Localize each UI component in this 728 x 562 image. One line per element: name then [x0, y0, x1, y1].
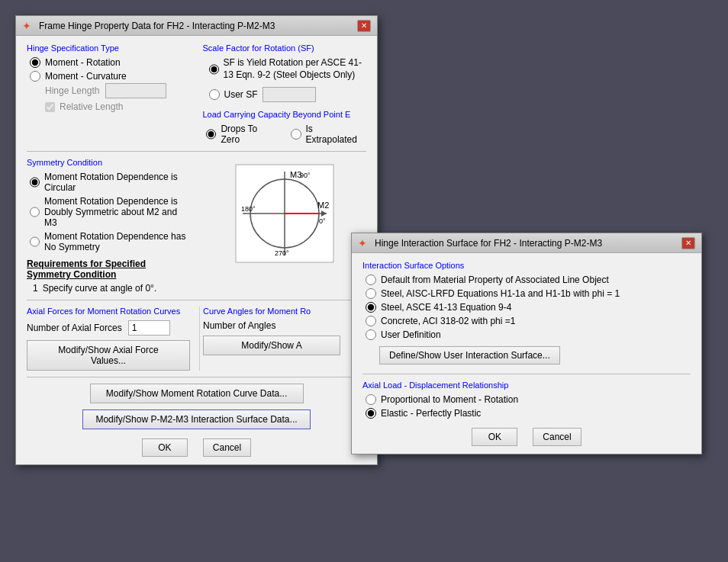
radio-steel-aisc[interactable]: Steel, AISC-LRFD Equations H1-1a and H1-… [366, 288, 691, 299]
moment-diagram: M3 90° M2 0° 180° 270° [235, 164, 334, 263]
symmetry-label: Symmetry Condition [27, 158, 191, 167]
radio-elastic-plastic[interactable]: Elastic - Perfectly Plastic [366, 408, 691, 419]
moment-curvature-label: Moment - Curvature [45, 71, 127, 82]
axial-section: Axial Forces for Moment Rotation Curves … [27, 307, 366, 371]
curve-angles-label: Curve Angles for Moment Ro [203, 307, 366, 316]
radio-steel-asce[interactable]: Steel, ASCE 41-13 Equation 9-4 [366, 302, 691, 313]
second-close-button[interactable]: ✕ [681, 237, 695, 249]
radio-user-sf[interactable]: User SF [209, 87, 367, 102]
second-content: Interaction Surface Options Default from… [352, 253, 701, 454]
modify-axial-button[interactable]: Modify/Show Axial Force Values... [27, 340, 190, 371]
radio-drops-to-zero[interactable]: Drops To Zero [206, 124, 279, 145]
separator-2 [27, 300, 366, 300]
drops-to-zero-radio[interactable] [206, 129, 217, 140]
load-capacity-radio-group: Drops To Zero Is Extrapolated [206, 124, 367, 145]
relative-length-label: Relative Length [60, 101, 123, 112]
radio-sf-yield[interactable]: SF is Yield Rotation per ASCE 41-13 Eqn.… [209, 57, 367, 81]
radio-default-material[interactable]: Default from Material Property of Associ… [366, 275, 691, 285]
doubly-symmetric-radio[interactable] [30, 207, 40, 217]
user-definition-radio[interactable] [366, 329, 376, 340]
second-app-icon: ✦ [358, 237, 370, 249]
user-definition-label: User Definition [381, 329, 441, 340]
main-cancel-button[interactable]: Cancel [203, 438, 251, 457]
relative-length-checkbox[interactable] [45, 102, 55, 112]
second-dialog-title: Hinge Interaction Surface for FH2 - Inte… [375, 238, 602, 249]
user-sf-radio[interactable] [209, 89, 220, 100]
app-icon: ✦ [22, 20, 34, 32]
modify-angles-button[interactable]: Modify/Show A [203, 336, 340, 355]
second-cancel-button[interactable]: Cancel [533, 428, 581, 446]
second-separator [362, 374, 691, 374]
main-dialog-title: Frame Hinge Property Data for FH2 - Inte… [39, 21, 275, 31]
main-dialog: ✦ Frame Hinge Property Data for FH2 - In… [15, 15, 378, 465]
radio-no-symmetry[interactable]: Moment Rotation Dependence has No Symmet… [30, 231, 191, 252]
modify-interaction-button[interactable]: Modify/Show P-M2-M3 Interaction Surface … [82, 409, 310, 429]
proportional-radio[interactable] [366, 394, 376, 405]
radio-moment-rotation[interactable]: Moment - Rotation [30, 57, 191, 68]
moment-rotation-radio[interactable] [30, 57, 40, 68]
main-bottom-buttons: OK Cancel [27, 438, 366, 457]
symmetry-radio-group: Moment Rotation Dependence is Circular M… [30, 172, 191, 252]
radio-circular[interactable]: Moment Rotation Dependence is Circular [30, 172, 191, 193]
load-capacity-label: Load Carrying Capacity Beyond Point E [203, 110, 367, 119]
is-extrapolated-radio[interactable] [291, 129, 301, 140]
is-extrapolated-label: Is Extrapolated [306, 124, 366, 145]
elastic-plastic-radio[interactable] [366, 408, 376, 419]
circular-radio[interactable] [30, 177, 40, 188]
second-ok-button[interactable]: OK [472, 428, 517, 446]
hinge-spec-label: Hinge Specification Type [27, 43, 191, 53]
scale-factor-section: Scale Factor for Rotation (SF) SF is Yie… [203, 43, 367, 145]
axial-load-label: Axial Load - Displacement Relationship [362, 381, 691, 390]
drops-to-zero-label: Drops To Zero [221, 124, 278, 145]
hinge-length-input[interactable] [105, 83, 166, 98]
steel-aisc-radio[interactable] [366, 288, 376, 299]
separator-1 [27, 151, 366, 152]
moment-curvature-radio[interactable] [30, 71, 40, 82]
steel-asce-radio[interactable] [366, 302, 376, 313]
radio-moment-curvature[interactable]: Moment - Curvature [30, 71, 191, 82]
num-axial-label: Number of Axial Forces [27, 323, 122, 333]
diagram-container: M3 90° M2 0° 180° 270° [203, 158, 367, 269]
symmetry-left: Symmetry Condition Moment Rotation Depen… [27, 158, 191, 294]
radio-is-extrapolated[interactable]: Is Extrapolated [291, 124, 366, 145]
separator-3 [27, 377, 366, 377]
user-sf-input[interactable] [263, 87, 316, 102]
default-material-label: Default from Material Property of Associ… [381, 275, 609, 285]
concrete-aci-label: Concrete, ACI 318-02 with phi =1 [381, 316, 515, 326]
num-axial-row: Number of Axial Forces [27, 320, 190, 336]
hinge-spec-section: Hinge Specification Type Moment - Rotati… [27, 43, 191, 145]
symmetry-section: Symmetry Condition Moment Rotation Depen… [27, 158, 366, 294]
no-symmetry-radio[interactable] [30, 236, 40, 247]
main-title-bar: ✦ Frame Hinge Property Data for FH2 - In… [16, 16, 377, 36]
relative-length-row: Relative Length [45, 101, 191, 112]
main-close-button[interactable]: ✕ [357, 20, 371, 32]
interaction-options-label: Interaction Surface Options [362, 261, 691, 270]
radio-user-definition[interactable]: User Definition [366, 329, 691, 340]
default-material-radio[interactable] [366, 275, 376, 285]
radio-concrete-aci[interactable]: Concrete, ACI 318-02 with phi =1 [366, 316, 691, 326]
hinge-spec-radio-group: Moment - Rotation Moment - Curvature [30, 57, 191, 82]
radio-proportional[interactable]: Proportional to Moment - Rotation [366, 394, 691, 405]
modify-moment-button[interactable]: Modify/Show Moment Rotation Curve Data..… [90, 384, 304, 403]
second-dialog: ✦ Hinge Interaction Surface for FH2 - In… [351, 233, 702, 454]
num-axial-input[interactable] [128, 320, 170, 336]
scale-factor-radio-group: SF is Yield Rotation per ASCE 41-13 Eqn.… [206, 57, 367, 102]
load-capacity-section: Load Carrying Capacity Beyond Point E Dr… [203, 110, 367, 145]
sf-yield-radio[interactable] [209, 64, 219, 75]
steel-asce-label: Steel, ASCE 41-13 Equation 9-4 [381, 302, 511, 313]
requirements-title: Requirements for Specified Symmetry Cond… [27, 259, 191, 280]
main-ok-button[interactable]: OK [142, 438, 188, 457]
define-user-surface-button[interactable]: Define/Show User Interaction Surface... [379, 346, 560, 364]
diagram-section: M3 90° M2 0° 180° 270° [203, 158, 367, 294]
second-title-left: ✦ Hinge Interaction Surface for FH2 - In… [358, 237, 602, 249]
title-bar-left: ✦ Frame Hinge Property Data for FH2 - In… [22, 20, 275, 32]
radio-doubly-symmetric[interactable]: Moment Rotation Dependence is Doubly Sym… [30, 196, 191, 228]
requirements-item-1: 1 Specify curve at angle of 0°. [33, 283, 191, 294]
concrete-aci-radio[interactable] [366, 316, 376, 326]
elastic-plastic-label: Elastic - Perfectly Plastic [381, 408, 481, 419]
second-bottom-buttons: OK Cancel [362, 428, 691, 446]
scale-factor-label: Scale Factor for Rotation (SF) [203, 43, 367, 53]
num-angles-row: Number of Angles [203, 320, 366, 331]
svg-text:0°: 0° [319, 217, 326, 225]
sf-yield-label: SF is Yield Rotation per ASCE 41-13 Eqn.… [224, 57, 367, 81]
